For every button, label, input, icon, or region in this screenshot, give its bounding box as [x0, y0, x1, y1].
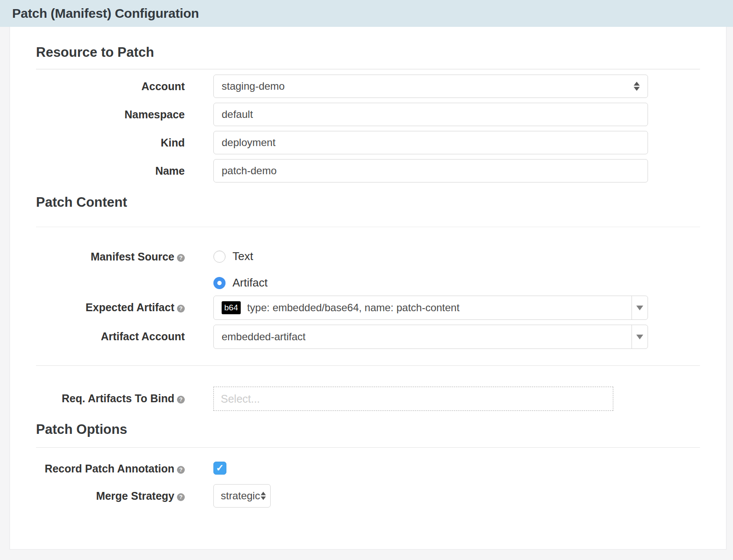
name-input[interactable] [213, 159, 648, 182]
account-select-value: staging-demo [222, 80, 640, 92]
account-label: Account [36, 75, 185, 93]
section-heading-patch-options: Patch Options [36, 421, 700, 437]
artifact-account-value: embedded-artifact [222, 331, 632, 343]
kind-input[interactable] [213, 131, 648, 154]
req-artifacts-multiselect[interactable]: Select... [213, 387, 613, 411]
stage-config-header: Patch (Manifest) Configuration [0, 0, 733, 27]
artifact-account-row: Artifact Account embedded-artifact [36, 325, 700, 349]
radio-icon [213, 277, 226, 289]
divider [36, 447, 700, 448]
artifact-account-label: Artifact Account [36, 325, 185, 343]
name-label: Name [36, 159, 185, 177]
record-patch-label: Record Patch Annotation? [36, 459, 185, 475]
help-icon[interactable]: ? [177, 466, 185, 474]
dropdown-caret-button[interactable] [632, 296, 648, 319]
section-heading-patch-content: Patch Content [36, 194, 700, 210]
chevron-down-icon [636, 306, 643, 310]
manifest-source-radio-artifact-label: Artifact [232, 276, 268, 290]
manifest-source-radio-text[interactable]: Text [213, 250, 648, 263]
expected-artifact-value: type: embedded/base64, name: patch-conte… [247, 302, 632, 314]
help-icon[interactable]: ? [177, 396, 185, 404]
help-icon[interactable]: ? [177, 305, 185, 313]
merge-strategy-value: strategic [221, 490, 260, 502]
section-heading-resource: Resource to Patch [36, 44, 700, 60]
help-icon[interactable]: ? [177, 493, 185, 501]
page-title: Patch (Manifest) Configuration [12, 6, 199, 21]
select-arrows-icon [261, 492, 266, 500]
req-artifacts-row: Req. Artifacts To Bind? Select... [36, 387, 700, 411]
expected-artifact-row: Expected Artifact? b64 type: embedded/ba… [36, 296, 700, 320]
namespace-label: Namespace [36, 103, 185, 121]
req-artifacts-placeholder: Select... [221, 393, 260, 405]
artifact-account-select[interactable]: embedded-artifact [213, 325, 648, 349]
record-patch-checkbox[interactable]: ✓ [213, 462, 226, 475]
manifest-source-radio-artifact[interactable]: Artifact [213, 276, 648, 290]
merge-strategy-label: Merge Strategy? [36, 484, 185, 502]
help-icon[interactable]: ? [177, 254, 185, 262]
chevron-down-icon [636, 335, 643, 339]
select-arrows-icon [634, 82, 640, 91]
expected-artifact-select[interactable]: b64 type: embedded/base64, name: patch-c… [213, 296, 648, 320]
account-select[interactable]: staging-demo [213, 75, 648, 98]
manifest-source-radio-text-label: Text [232, 250, 253, 263]
divider [36, 227, 700, 227]
manifest-source-row: Manifest Source? Text Artifact [36, 250, 700, 290]
merge-strategy-row: Merge Strategy? strategic [36, 484, 700, 508]
checkmark-icon: ✓ [216, 463, 224, 473]
req-artifacts-label: Req. Artifacts To Bind? [36, 387, 185, 405]
account-row: Account staging-demo [36, 75, 700, 98]
merge-strategy-select[interactable]: strategic [213, 484, 271, 508]
kind-label: Kind [36, 131, 185, 149]
base64-badge: b64 [222, 301, 241, 314]
dropdown-caret-button[interactable] [632, 325, 648, 348]
divider [36, 69, 700, 69]
record-patch-row: Record Patch Annotation? ✓ [36, 459, 700, 475]
namespace-row: Namespace [36, 103, 700, 126]
manifest-source-label: Manifest Source? [36, 250, 185, 263]
kind-row: Kind [36, 131, 700, 154]
namespace-input[interactable] [213, 103, 648, 126]
name-row: Name [36, 159, 700, 182]
expected-artifact-label: Expected Artifact? [36, 296, 185, 314]
stage-config-panel: Resource to Patch Account staging-demo N… [10, 27, 726, 550]
divider [36, 365, 700, 366]
radio-icon [213, 251, 226, 263]
